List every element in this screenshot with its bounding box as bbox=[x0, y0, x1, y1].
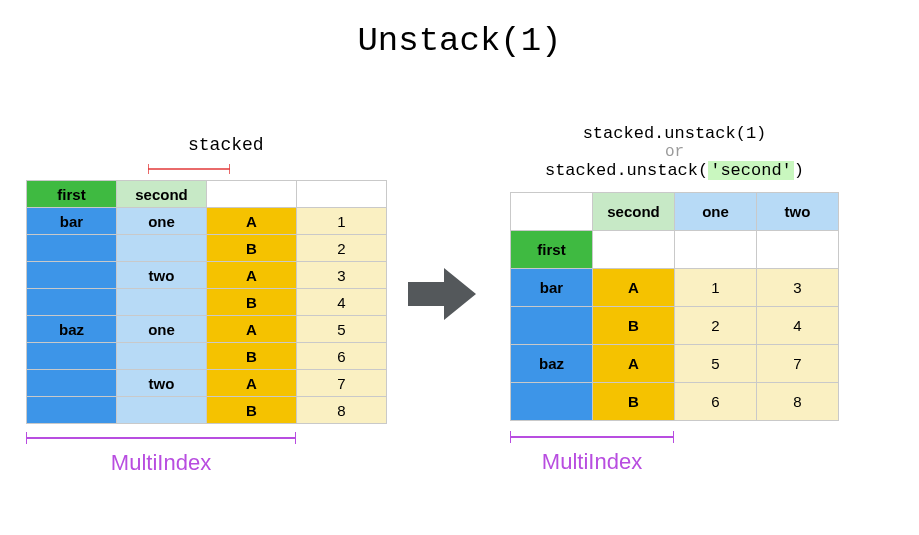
val-cell: 7 bbox=[297, 370, 387, 397]
second-cell bbox=[117, 397, 207, 424]
table-row: B 4 bbox=[27, 289, 387, 316]
table-row: bar one A 1 bbox=[27, 208, 387, 235]
val-cell: 1 bbox=[675, 269, 757, 307]
right-table: second one two first bar A 1 3 bbox=[510, 192, 839, 421]
blank-header bbox=[207, 181, 297, 208]
second-cell bbox=[117, 235, 207, 262]
left-table: first second bar one A 1 B 2 two A bbox=[26, 180, 387, 424]
table-row: two A 3 bbox=[27, 262, 387, 289]
blank-cell bbox=[593, 231, 675, 269]
table-row: bar A 1 3 bbox=[511, 269, 839, 307]
val-cell: 2 bbox=[675, 307, 757, 345]
first-cell bbox=[27, 343, 117, 370]
second-cell: one bbox=[117, 208, 207, 235]
second-cell: one bbox=[117, 316, 207, 343]
second-header: second bbox=[117, 181, 207, 208]
first-cell: baz bbox=[511, 345, 593, 383]
code-line-2: stacked.unstack('second') bbox=[510, 161, 839, 180]
multiindex-label: MultiIndex bbox=[26, 450, 296, 476]
blank-cell bbox=[757, 231, 839, 269]
arrow-right-icon bbox=[408, 266, 478, 326]
second-cell bbox=[117, 343, 207, 370]
blank-cell bbox=[675, 231, 757, 269]
second-cell: two bbox=[117, 370, 207, 397]
key-cell: B bbox=[593, 383, 675, 421]
table-row: baz one A 5 bbox=[27, 316, 387, 343]
table-row: B 6 8 bbox=[511, 383, 839, 421]
val-cell: 7 bbox=[757, 345, 839, 383]
key-cell: B bbox=[207, 397, 297, 424]
key-cell: A bbox=[207, 262, 297, 289]
blank-header bbox=[297, 181, 387, 208]
val-cell: 6 bbox=[675, 383, 757, 421]
table-row: B 8 bbox=[27, 397, 387, 424]
val-cell: 5 bbox=[297, 316, 387, 343]
code2-post: ) bbox=[794, 161, 804, 180]
first-cell bbox=[27, 397, 117, 424]
stacked-label: stacked bbox=[188, 135, 264, 155]
first-cell bbox=[27, 235, 117, 262]
key-cell: A bbox=[207, 208, 297, 235]
val-cell: 2 bbox=[297, 235, 387, 262]
key-cell: A bbox=[593, 269, 675, 307]
first-header: first bbox=[27, 181, 117, 208]
col-two-header: two bbox=[757, 193, 839, 231]
left-table-wrap: stacked first second bar one A 1 bbox=[26, 140, 387, 424]
val-cell: 8 bbox=[757, 383, 839, 421]
col-one-header: one bbox=[675, 193, 757, 231]
right-wrap: stacked.unstack(1) or stacked.unstack('s… bbox=[510, 124, 839, 421]
val-cell: 1 bbox=[297, 208, 387, 235]
second-cell: two bbox=[117, 262, 207, 289]
val-cell: 5 bbox=[675, 345, 757, 383]
first-cell bbox=[511, 383, 593, 421]
key-cell: B bbox=[207, 289, 297, 316]
table-row: first bbox=[511, 231, 839, 269]
blank-header bbox=[511, 193, 593, 231]
val-cell: 4 bbox=[297, 289, 387, 316]
right-multiindex-brace: MultiIndex bbox=[510, 429, 674, 475]
first-cell bbox=[27, 370, 117, 397]
table-row: first second bbox=[27, 181, 387, 208]
first-cell bbox=[27, 262, 117, 289]
table-row: second one two bbox=[511, 193, 839, 231]
first-cell: baz bbox=[27, 316, 117, 343]
code2-pre: stacked.unstack( bbox=[545, 161, 708, 180]
code2-highlight: 'second' bbox=[708, 161, 794, 180]
key-cell: A bbox=[593, 345, 675, 383]
first-cell bbox=[27, 289, 117, 316]
table-row: B 2 bbox=[27, 235, 387, 262]
first-cell: bar bbox=[27, 208, 117, 235]
table-row: baz A 5 7 bbox=[511, 345, 839, 383]
first-cell: bar bbox=[511, 269, 593, 307]
key-cell: A bbox=[207, 370, 297, 397]
red-brace-icon bbox=[148, 162, 230, 174]
first-rowname-header: first bbox=[511, 231, 593, 269]
code-line-1: stacked.unstack(1) bbox=[510, 124, 839, 143]
multiindex-label: MultiIndex bbox=[510, 449, 674, 475]
table-row: two A 7 bbox=[27, 370, 387, 397]
or-label: or bbox=[510, 143, 839, 161]
key-cell: B bbox=[207, 235, 297, 262]
page-title: Unstack(1) bbox=[0, 22, 919, 60]
table-row: B 2 4 bbox=[511, 307, 839, 345]
table-row: B 6 bbox=[27, 343, 387, 370]
svg-marker-6 bbox=[408, 268, 476, 320]
second-colname-header: second bbox=[593, 193, 675, 231]
key-cell: B bbox=[207, 343, 297, 370]
key-cell: A bbox=[207, 316, 297, 343]
val-cell: 6 bbox=[297, 343, 387, 370]
left-multiindex-brace: MultiIndex bbox=[26, 430, 296, 476]
second-cell bbox=[117, 289, 207, 316]
val-cell: 3 bbox=[297, 262, 387, 289]
val-cell: 4 bbox=[757, 307, 839, 345]
key-cell: B bbox=[593, 307, 675, 345]
val-cell: 3 bbox=[757, 269, 839, 307]
val-cell: 8 bbox=[297, 397, 387, 424]
first-cell bbox=[511, 307, 593, 345]
